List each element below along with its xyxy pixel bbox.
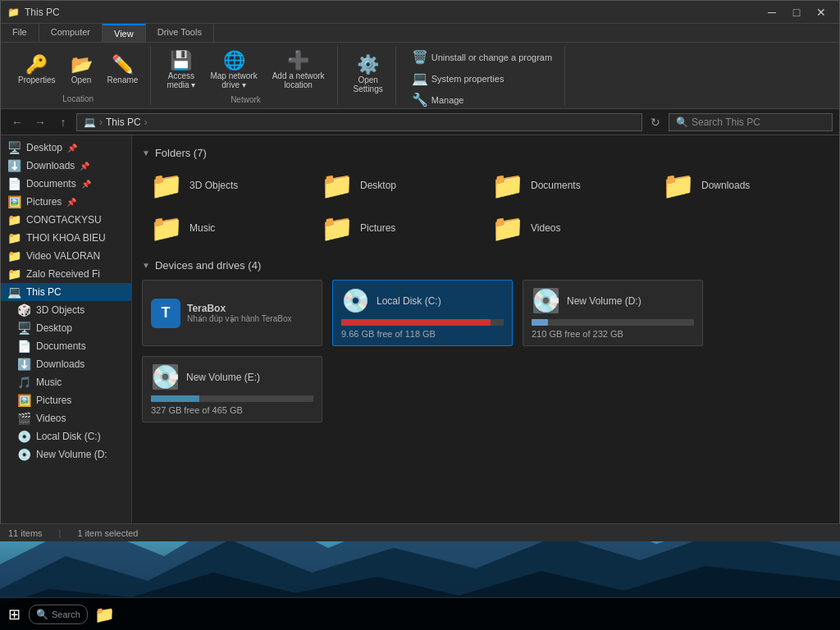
- sidebar-item-localdiskc[interactable]: 💿 Local Disk (C:): [1, 427, 131, 445]
- sidebar-item-zalo[interactable]: 📁 Zalo Received Fi: [1, 265, 131, 283]
- folder-name-music: Music: [189, 222, 215, 234]
- taskbar-explorer[interactable]: 📁: [88, 605, 121, 624]
- status-bar: 11 items | 1 item selected: [0, 523, 840, 541]
- drive-newe[interactable]: 💽 New Volume (E:) 327 GB free of 465 GB: [142, 356, 322, 422]
- minimize-button[interactable]: ─: [760, 4, 783, 21]
- sidebar-item-videovaloran[interactable]: 📁 Video VALORAN: [1, 247, 131, 265]
- maximize-button[interactable]: □: [785, 4, 808, 21]
- settings-label: OpenSettings: [354, 75, 383, 94]
- folders-section-header: ▼ Folders (7): [142, 147, 829, 159]
- sidebar-item-pictures[interactable]: 🖼️ Pictures 📌: [1, 193, 131, 211]
- folder-icon-vv: 📁: [7, 249, 21, 262]
- sidebar-label-3dobjects: 3D Objects: [36, 304, 84, 316]
- folder-icon-music: 📁: [150, 215, 183, 241]
- folder-grid: 📁 3D Objects 📁 Desktop 📁 Documents 📁 Dow…: [142, 167, 829, 246]
- sidebar-item-desktop2[interactable]: 🖥️ Desktop: [1, 319, 131, 337]
- terabox-name: TeraBox: [187, 303, 313, 314]
- computer-icon: 💻: [84, 116, 96, 128]
- close-button[interactable]: ✕: [810, 4, 833, 21]
- folder-name-desktop: Desktop: [360, 180, 396, 191]
- drive-fill-e: [151, 395, 199, 402]
- folder-icon: 📁: [7, 7, 20, 18]
- refresh-button[interactable]: ↻: [646, 112, 665, 132]
- tab-view[interactable]: View: [103, 24, 146, 42]
- up-button[interactable]: ↑: [53, 112, 73, 132]
- sidebar-item-newvolumed[interactable]: 💿 New Volume (D:: [1, 445, 131, 463]
- sidebar-item-documents[interactable]: 📄 Documents 📌: [1, 175, 131, 193]
- properties-button[interactable]: 🔑 Properties: [12, 52, 62, 89]
- sidebar-label-documents: Documents: [26, 178, 76, 189]
- forward-button[interactable]: →: [30, 112, 50, 132]
- sidebar-item-pictures2[interactable]: 🖼️ Pictures: [1, 391, 131, 409]
- sidebar-item-videos[interactable]: 🎬 Videos: [1, 409, 131, 427]
- drive-localc[interactable]: 💿 Local Disk (C:) 9.66 GB free of 118 GB: [332, 280, 513, 346]
- back-button[interactable]: ←: [7, 112, 27, 132]
- sidebar-item-thispc[interactable]: 💻 This PC: [1, 283, 131, 301]
- sidebar-item-congtackysu[interactable]: 📁 CONGTACKYSU: [1, 211, 131, 229]
- map-network-button[interactable]: 🌐 Map networkdrive ▾: [204, 48, 262, 94]
- videos-icon: 🎬: [17, 412, 31, 425]
- tab-file[interactable]: File: [1, 24, 39, 42]
- folder-item-music[interactable]: 📁 Music: [142, 210, 306, 246]
- folder-icon-zalo: 📁: [7, 267, 21, 281]
- sidebar-item-documents2[interactable]: 📄 Documents: [1, 337, 131, 355]
- search-box[interactable]: 🔍 Search This PC: [669, 113, 833, 131]
- open-settings-button[interactable]: ⚙️ OpenSettings: [348, 52, 389, 98]
- drive-localc-header: 💿 Local Disk (C:): [341, 287, 504, 314]
- folder-item-desktop[interactable]: 📁 Desktop: [313, 167, 477, 203]
- rename-button[interactable]: ✏️ Rename: [102, 52, 144, 89]
- folder-item-downloads[interactable]: 📁 Downloads: [654, 167, 818, 203]
- open-button[interactable]: 📂 Open: [65, 52, 98, 89]
- sidebar-label-desktop2: Desktop: [36, 322, 72, 334]
- explorer-window: 📁 This PC ─ □ ✕ File Computer View Drive…: [0, 0, 840, 541]
- rename-label: Rename: [107, 75, 139, 84]
- system-icon: 💻: [412, 72, 428, 85]
- pin-icon-4: 📌: [66, 198, 76, 207]
- folder-item-pictures[interactable]: 📁 Pictures: [313, 210, 477, 246]
- taskbar-search[interactable]: 🔍 Search: [29, 605, 88, 624]
- ribbon-tabs: File Computer View Drive Tools: [1, 24, 839, 43]
- window-title: This PC: [25, 7, 60, 18]
- uninstall-label: Uninstall or change a program: [431, 52, 552, 62]
- sidebar-item-3dobjects[interactable]: 🎲 3D Objects: [1, 301, 131, 319]
- sidebar-item-music[interactable]: 🎵 Music: [1, 373, 131, 391]
- pictures-icon: 🖼️: [7, 195, 21, 208]
- folder-icon-dl: 📁: [662, 172, 695, 199]
- folder-item-documents[interactable]: 📁 Documents: [483, 167, 647, 203]
- search-placeholder: Search This PC: [692, 116, 760, 128]
- address-path[interactable]: 💻 › This PC ›: [76, 113, 642, 131]
- downloads-icon: ⬇️: [7, 159, 21, 172]
- drives-chevron: ▼: [142, 261, 150, 270]
- content-area: ▼ Folders (7) 📁 3D Objects 📁 Desktop 📁 D…: [132, 135, 839, 541]
- title-bar-left: 📁 This PC: [7, 7, 60, 18]
- access-media-button[interactable]: 💾 Accessmedia ▾: [161, 48, 201, 94]
- folder-item-videos[interactable]: 📁 Videos: [483, 210, 647, 246]
- sidebar-item-thoikhoabieu[interactable]: 📁 THOI KHOA BIEU: [1, 229, 131, 247]
- manage-button[interactable]: 🔧 Manage: [406, 90, 558, 110]
- drive-progress-d: [532, 319, 694, 326]
- drives-section-header: ▼ Devices and drives (4): [142, 259, 829, 272]
- sidebar-item-downloads[interactable]: ⬇️ Downloads 📌: [1, 157, 131, 175]
- ribbon-group-system-items: 🗑️ Uninstall or change a program 💻 Syste…: [406, 48, 558, 110]
- path-thispc: This PC: [106, 116, 141, 128]
- sidebar-item-desktop[interactable]: 🖥️ Desktop 📌: [1, 139, 131, 157]
- system-properties-button[interactable]: 💻 System properties: [406, 69, 558, 89]
- folder-item-3dobjects[interactable]: 📁 3D Objects: [142, 167, 306, 203]
- title-bar: 📁 This PC ─ □ ✕: [1, 1, 839, 24]
- folder-name-3dobjects: 3D Objects: [189, 180, 238, 191]
- uninstall-button[interactable]: 🗑️ Uninstall or change a program: [406, 48, 558, 67]
- title-bar-controls: ─ □ ✕: [760, 4, 833, 21]
- add-network-button[interactable]: ➕ Add a networklocation: [267, 48, 331, 94]
- folders-chevron: ▼: [142, 148, 150, 158]
- tab-drive-tools[interactable]: Drive Tools: [146, 24, 214, 42]
- folder-icon-3d: 📁: [150, 172, 183, 199]
- tab-computer[interactable]: Computer: [39, 24, 103, 42]
- drive-newd-header: 💽 New Volume (D:): [532, 287, 694, 314]
- start-button[interactable]: ⊞: [0, 605, 29, 623]
- sidebar-item-downloads2[interactable]: ⬇️ Downloads: [1, 355, 131, 373]
- downloads2-icon: ⬇️: [17, 358, 31, 371]
- terabox-logo: T: [151, 299, 180, 328]
- drive-newd[interactable]: 💽 New Volume (D:) 210 GB free of 232 GB: [523, 280, 703, 346]
- drive-terabox[interactable]: T TeraBox Nhấn đúp vận hành TeraBox: [142, 280, 322, 346]
- ribbon-group-location: 🔑 Properties 📂 Open ✏️ Rename Location: [6, 46, 151, 105]
